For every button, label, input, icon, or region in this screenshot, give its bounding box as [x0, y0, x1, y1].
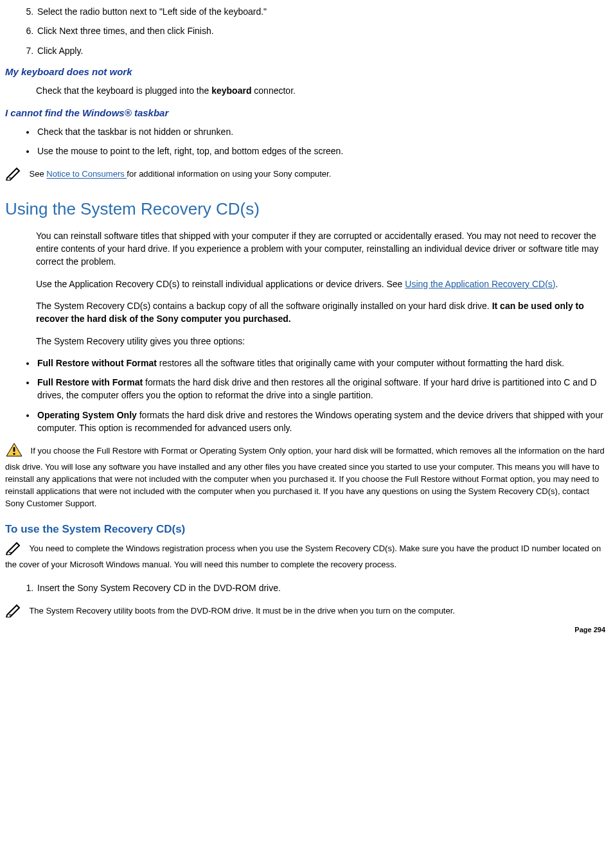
note-text: The System Recovery utility boots from t… [27, 607, 455, 616]
recovery-steps-list: Insert the Sony System Recovery CD in th… [5, 581, 608, 594]
heading-to-use-recovery: To use the System Recovery CD(s) [5, 522, 608, 538]
text-fragment: for additional information on using your… [127, 170, 331, 179]
list-item: Operating System Only formats the hard d… [36, 409, 608, 435]
list-item-text: Select the radio button next to "Left si… [37, 6, 267, 17]
text-fragment: The System Recovery CD(s) contains a bac… [36, 301, 492, 311]
recovery-backup-para: The System Recovery CD(s) contains a bac… [36, 299, 608, 326]
list-item: Insert the Sony System Recovery CD in th… [36, 581, 608, 594]
option-title: Full Restore without Format [37, 358, 157, 368]
list-item-text: Check that the taskbar is not hidden or … [37, 127, 233, 137]
note-text: You need to complete the Windows registr… [5, 544, 601, 569]
using-app-recovery-link[interactable]: Using the Application Recovery CD(s) [405, 279, 555, 289]
list-item: Full Restore with Format formats the har… [36, 376, 608, 402]
recovery-intro-para: You can reinstall software titles that s… [36, 229, 608, 269]
troubleshoot-heading-taskbar: I cannot find the Windows® taskbar [5, 106, 608, 120]
text-fragment: . [556, 279, 558, 289]
note-registration: You need to complete the Windows registr… [5, 540, 608, 571]
page-number: Page 294 [5, 625, 608, 635]
warning-format-note: If you choose the Full Restore with Form… [5, 442, 608, 509]
list-item-text: Use the mouse to point to the left, righ… [37, 146, 343, 156]
list-item-text: Insert the Sony System Recovery CD in th… [37, 583, 281, 593]
note-boot-drive: The System Recovery utility boots from t… [5, 602, 608, 621]
list-item-text: Click Next three times, and then click F… [37, 26, 214, 36]
recovery-app-cd-para: Use the Application Recovery CD(s) to re… [36, 278, 608, 290]
option-title: Full Restore with Format [37, 377, 143, 387]
list-item: Select the radio button next to "Left si… [36, 5, 608, 18]
list-item: Full Restore without Format restores all… [36, 357, 608, 369]
keyboard-check-text: Check that the keyboard is plugged into … [36, 84, 608, 97]
text-fragment: Check that the keyboard is plugged into … [36, 85, 211, 96]
note-see-consumers: See Notice to Consumers for additional i… [5, 165, 608, 184]
text-fragment: See [27, 170, 46, 179]
option-desc: restores all the software titles that or… [157, 358, 564, 368]
steps-continued-list: Select the radio button next to "Left si… [5, 5, 608, 57]
section-title-recovery: Using the System Recovery CD(s) [5, 197, 608, 222]
list-item: Click Apply. [36, 44, 608, 57]
text-fragment: Use the Application Recovery CD(s) to re… [36, 279, 405, 289]
recovery-options-list: Full Restore without Format restores all… [5, 357, 608, 434]
svg-rect-2 [13, 453, 15, 455]
option-title: Operating System Only [37, 410, 137, 420]
list-item: Click Next three times, and then click F… [36, 24, 608, 37]
text-fragment: connector. [251, 85, 296, 96]
list-item-text: Click Apply. [37, 46, 83, 56]
svg-rect-1 [13, 447, 15, 452]
troubleshoot-heading-keyboard: My keyboard does not work [5, 65, 608, 79]
pen-note-icon [5, 602, 23, 621]
list-item: Use the mouse to point to the left, righ… [36, 145, 608, 157]
pen-note-icon [5, 540, 23, 559]
notice-to-consumers-link[interactable]: Notice to Consumers [46, 170, 127, 179]
pen-note-icon [5, 165, 23, 184]
text-strong: keyboard [211, 85, 251, 96]
warning-text: If you choose the Full Restore with Form… [5, 447, 605, 508]
warning-triangle-icon [5, 442, 23, 461]
recovery-options-intro: The System Recovery utility gives you th… [36, 335, 608, 348]
list-item: Check that the taskbar is not hidden or … [36, 125, 608, 138]
taskbar-bullet-list: Check that the taskbar is not hidden or … [5, 125, 608, 158]
